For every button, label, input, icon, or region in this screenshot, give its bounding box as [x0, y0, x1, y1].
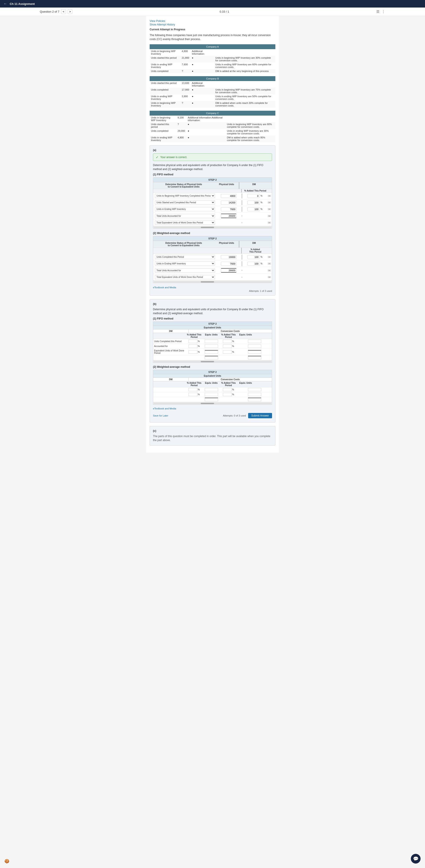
b-wa-r1-conv-equiv[interactable] — [248, 388, 261, 391]
cb-r2-label: Units completed — [150, 88, 181, 94]
status-select-1[interactable]: Units to Beginning WIP Inventory Complet… — [155, 194, 215, 198]
wa-scroll-2[interactable]: ► — [268, 262, 271, 265]
wa-status-select-3[interactable]: Total Units Accounted for — [155, 268, 215, 273]
pct-input-2[interactable] — [248, 200, 260, 205]
b-row2-label: Accounted for — [153, 344, 185, 348]
b-wa-r2-conv-equiv[interactable] — [248, 393, 261, 396]
back-arrow[interactable]: ← — [4, 2, 7, 6]
status-select-4[interactable]: Total Units Accounted for — [155, 214, 215, 218]
scroll-handle-5[interactable]: ► — [268, 222, 271, 224]
b-r1-conv-pct[interactable] — [223, 340, 232, 343]
status-select-2[interactable]: Units Started and Completed this Period — [155, 200, 215, 205]
b-fifo-section-top: DM Conversion Costs — [153, 330, 272, 333]
b-wa-total1-dm[interactable] — [205, 398, 218, 401]
table-row: Total Equivalent Units of Work Done this… — [153, 219, 272, 226]
b-r2-conv-pct[interactable] — [223, 345, 232, 348]
cc-r2-value: ? — [176, 122, 186, 129]
cb-r1-value: 13,600 — [181, 81, 191, 88]
etextbook-link-a[interactable]: eTextbook and Media — [153, 286, 272, 289]
b-wa-r1-dm-equiv[interactable] — [205, 388, 218, 391]
wa-pct-input-1[interactable] — [248, 255, 260, 259]
top-bar: ← Ch 11 Assignment — [0, 0, 425, 7]
wa-status-select-2[interactable]: Units in Ending WIP Inventory — [155, 261, 215, 266]
wa-physical-input-1[interactable] — [221, 255, 236, 259]
b-wa-total1-conv[interactable] — [248, 398, 261, 401]
company-a-title: Company A — [150, 44, 275, 49]
cb-r4-label: Units in beginning WIP Inventory — [150, 101, 181, 107]
list-icon[interactable]: ☰ — [376, 9, 380, 14]
show-attempt-history-link[interactable]: Show Attempt History — [150, 23, 275, 26]
b-r2-dm-equiv[interactable] — [205, 345, 218, 348]
cb-bullet2: ● — [191, 94, 214, 101]
table-row: Total Equivalent Units of Work Done this… — [153, 274, 272, 281]
b-r1-conv-equiv[interactable] — [248, 340, 261, 343]
next-question-button[interactable]: > — [68, 9, 73, 14]
scroll-handle-2[interactable]: ► — [268, 202, 271, 204]
b-fifo-scroll[interactable] — [153, 360, 272, 363]
b-r2-conv-equiv[interactable] — [248, 345, 261, 348]
pct-input-1[interactable] — [248, 194, 260, 198]
wa-col-status: Determine Status of Physical Unitsto Con… — [153, 241, 214, 248]
prev-question-button[interactable]: < — [61, 9, 66, 14]
physical-input-3[interactable] — [221, 207, 236, 211]
pct-input-3[interactable] — [248, 207, 260, 211]
b-wa-r1-dm-pct[interactable] — [189, 388, 197, 391]
physical-input-1[interactable] — [221, 194, 236, 198]
b-total-row1 — [153, 355, 272, 360]
ca-ai1 — [214, 49, 275, 56]
scroll-handle-1[interactable]: ► — [268, 195, 271, 197]
horizontal-scrollbar-fifo[interactable] — [153, 226, 272, 228]
company-a-table: Company A Units in beginning WIP Invento… — [150, 44, 275, 73]
cc-ai3: Units in ending WIP Inventory are 30% co… — [226, 129, 275, 135]
b-wa-r2-dm-pct[interactable] — [189, 393, 197, 396]
part-a-description: Determine physical units and equivalent … — [153, 163, 272, 171]
status-select-5[interactable]: Total Equivalent Units of Work Done this… — [155, 221, 215, 225]
wa-scroll-1[interactable]: ► — [268, 256, 271, 258]
b-r1-dm-pct[interactable] — [189, 340, 197, 343]
b-wa-h-dm-equiv: Equiv. Units — [203, 381, 220, 387]
physical-input-4[interactable] — [221, 214, 236, 218]
b-total1-conv[interactable] — [248, 356, 261, 360]
status-select-3[interactable]: Units in Ending WIP Inventory — [155, 207, 215, 211]
view-policies-link[interactable]: View Policies — [150, 20, 275, 23]
attempt-label: Current Attempt in Progress — [150, 28, 275, 31]
more-icon[interactable]: ⋮ — [382, 9, 385, 14]
b-r3-conv-equiv[interactable] — [248, 350, 261, 353]
part-b-description: Determine physical units and equivalent … — [153, 307, 272, 315]
question-header: Question 2 of 7 < > 0.33 / 1 ☰ ⋮ — [0, 7, 425, 16]
b-r2-dm-pct[interactable] — [189, 345, 197, 348]
b-r3-conv-pct[interactable] — [223, 350, 232, 353]
scroll-handle-4[interactable]: ► — [268, 215, 271, 217]
wa-scroll-4[interactable]: ► — [268, 276, 271, 278]
b-r1-dm-equiv[interactable] — [205, 340, 218, 343]
fifo-col-status: Determine Status of Physical Unitsto Con… — [153, 182, 214, 189]
b-wa-h-dm-pct: % Added This Period — [185, 381, 203, 387]
cb-r4-value: ? — [181, 101, 191, 107]
scroll-handle-3[interactable]: ► — [268, 208, 271, 210]
table-row: Total Units Accounted for ► — [153, 213, 272, 219]
wa-status-select-1[interactable]: Units Completed this Period — [155, 255, 215, 259]
save-later-link[interactable]: Save for Later — [153, 414, 168, 417]
etextbook-link-b[interactable]: eTextbook and Media — [153, 407, 272, 410]
physical-input-2[interactable] — [221, 200, 236, 205]
b-wa-r1-conv-pct[interactable] — [223, 388, 232, 391]
b-fifo-step-header: STEP 2 — [153, 322, 272, 326]
b-wa-r2-dm-equiv[interactable] — [205, 393, 218, 396]
cc-r4-label: Units in ending WIP Inventory — [150, 135, 176, 142]
wa-status-select-4[interactable]: Total Equivalent Units of Work Done this… — [155, 275, 215, 279]
table-row: Units Completed this Period % ► — [153, 254, 272, 260]
b-total1-dm[interactable] — [205, 356, 218, 360]
wa-pct-input-2[interactable] — [248, 262, 260, 266]
correct-message: Your answer is correct. — [160, 156, 187, 159]
wa-col-physical: Physical Units — [214, 241, 239, 248]
b-wa-scroll[interactable] — [153, 402, 272, 404]
b-wa-r2-conv-pct[interactable] — [223, 393, 232, 396]
b-r3-dm-equiv[interactable] — [205, 350, 218, 353]
fifo-pct-header: % Added This Period — [241, 189, 269, 192]
submit-answer-button[interactable]: Submit Answer — [248, 413, 272, 418]
wa-physical-input-2[interactable] — [221, 262, 236, 266]
wa-scroll-3[interactable]: ► — [268, 270, 271, 272]
b-r3-dm-pct[interactable] — [189, 350, 197, 353]
horizontal-scrollbar-wa[interactable] — [153, 281, 272, 283]
wa-physical-input-3[interactable] — [221, 268, 236, 273]
